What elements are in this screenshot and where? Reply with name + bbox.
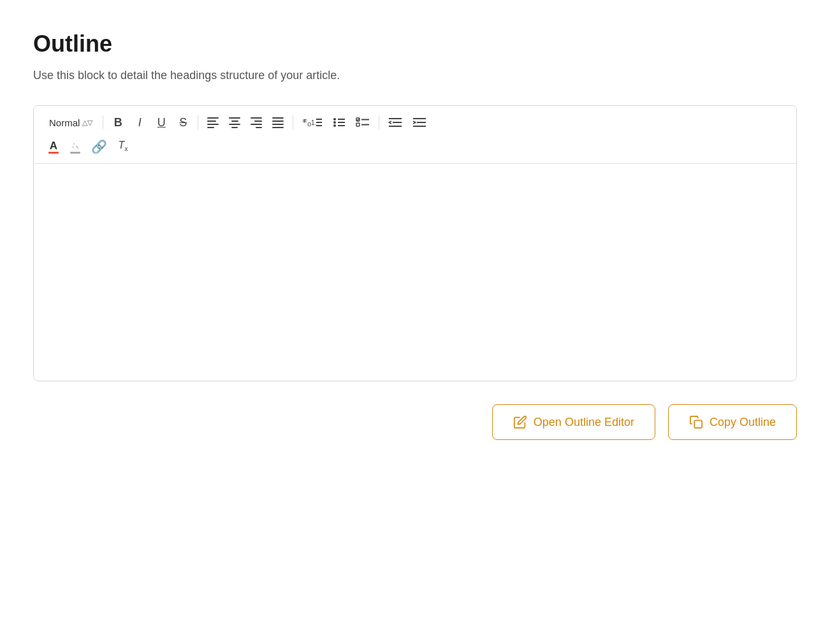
clear-format-icon: Tx xyxy=(119,140,128,152)
sep-3 xyxy=(293,115,293,129)
svg-rect-20 xyxy=(694,420,702,428)
svg-point-5 xyxy=(333,121,336,124)
underline-button[interactable]: U xyxy=(152,112,171,133)
link-button[interactable]: 🔗 xyxy=(87,136,111,157)
outdent-icon xyxy=(388,117,402,128)
align-justify-button[interactable] xyxy=(268,112,288,133)
svg-point-6 xyxy=(333,124,336,127)
copy-outline-button[interactable]: Copy Outline xyxy=(668,404,797,440)
action-buttons: Open Outline Editor Copy Outline xyxy=(33,404,797,440)
checklist-icon xyxy=(356,117,370,128)
svg-point-4 xyxy=(333,118,336,121)
editor-content[interactable] xyxy=(34,164,796,381)
format-select[interactable]: Normal △▽ xyxy=(44,112,98,133)
ol-icon: 1. xyxy=(311,117,323,128)
indent-button[interactable] xyxy=(409,112,430,133)
sep-4 xyxy=(379,115,379,129)
page-description: Use this block to detail the headings st… xyxy=(33,69,797,82)
strikethrough-button[interactable]: S xyxy=(173,112,193,133)
align-justify-icon xyxy=(272,117,284,128)
bold-button[interactable]: B xyxy=(108,112,127,133)
clear-format-button[interactable]: Tx xyxy=(113,136,133,157)
indent-icon xyxy=(412,117,426,128)
sep-2 xyxy=(198,115,198,129)
font-color-button[interactable]: A xyxy=(44,136,63,157)
toolbar-row-1: Normal △▽ B I U S xyxy=(44,112,786,133)
open-editor-label: Open Outline Editor xyxy=(534,416,634,429)
italic-button[interactable]: I xyxy=(130,112,149,133)
ordered-list-icon: *̄₀ xyxy=(302,118,311,128)
link-icon-shape: 🔗 xyxy=(91,140,107,153)
page-title: Outline xyxy=(33,31,797,57)
edit-icon xyxy=(513,415,527,429)
format-label: Normal xyxy=(49,117,80,128)
sep-1 xyxy=(103,115,103,129)
font-color-icon: A xyxy=(48,140,59,154)
editor-container: Normal △▽ B I U S xyxy=(33,105,797,381)
toolbar-row-2: A A 🔗 Tx xyxy=(44,136,786,157)
font-highlight-icon: A xyxy=(70,140,80,154)
align-right-icon xyxy=(251,117,262,128)
unordered-list-button[interactable] xyxy=(329,112,349,133)
align-left-icon xyxy=(207,117,219,128)
svg-rect-11 xyxy=(356,123,360,126)
align-right-button[interactable] xyxy=(247,112,266,133)
copy-outline-label: Copy Outline xyxy=(710,416,776,429)
align-center-button[interactable] xyxy=(225,112,244,133)
checklist-button[interactable] xyxy=(352,112,374,133)
open-editor-button[interactable]: Open Outline Editor xyxy=(492,404,655,440)
svg-text:1.: 1. xyxy=(311,119,316,126)
toolbar: Normal △▽ B I U S xyxy=(34,106,796,164)
ul-icon xyxy=(333,117,346,128)
align-left-button[interactable] xyxy=(203,112,222,133)
align-center-icon xyxy=(229,117,240,128)
ordered-list-button[interactable]: *̄₀ 1. xyxy=(298,112,326,133)
outdent-button[interactable] xyxy=(384,112,406,133)
chevron-icon: △▽ xyxy=(82,119,92,127)
copy-icon xyxy=(689,415,703,429)
font-highlight-button[interactable]: A xyxy=(66,136,85,157)
